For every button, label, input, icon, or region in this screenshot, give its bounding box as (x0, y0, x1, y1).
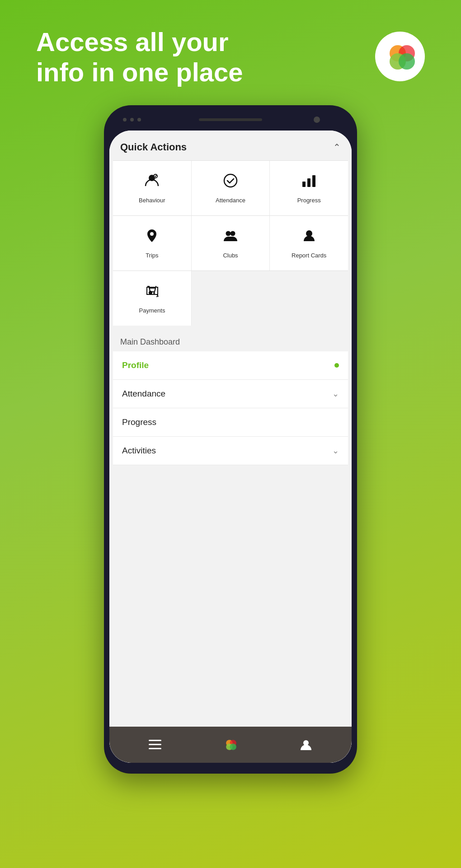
attendance-nav-label: Attendance (122, 389, 165, 399)
phone-sensors (123, 118, 141, 121)
svg-rect-8 (307, 178, 310, 187)
sensor-dot (123, 118, 127, 121)
payments-label: Payments (139, 307, 165, 314)
quick-actions-title: Quick Actions (120, 141, 187, 153)
svg-point-15 (150, 292, 152, 294)
main-dashboard-section: Main Dashboard Profile Attendance ⌄ (109, 329, 352, 727)
svg-rect-19 (149, 748, 161, 749)
sensor-dot (130, 118, 134, 121)
attendance-icon (222, 173, 239, 192)
grid-row-1: Behaviour Attendance (113, 160, 348, 215)
nav-item-activities[interactable]: Activities ⌄ (113, 437, 348, 465)
activities-right: ⌄ (332, 446, 339, 456)
report-cards-icon (301, 228, 317, 247)
svg-point-23 (230, 744, 236, 750)
active-dot-indicator (334, 363, 339, 368)
clubs-label: Clubs (223, 252, 238, 259)
attendance-chevron-icon: ⌄ (332, 389, 339, 399)
svg-rect-18 (149, 744, 161, 745)
profile-button[interactable] (300, 738, 312, 751)
payments-icon (144, 283, 160, 303)
trips-button[interactable]: Trips (113, 216, 192, 271)
progress-button[interactable]: Progress (270, 161, 348, 215)
behaviour-icon (144, 173, 160, 192)
quick-actions-header[interactable]: Quick Actions ⌃ (109, 131, 352, 160)
header-title: Access all your info in one place (36, 27, 253, 87)
progress-icon (301, 173, 317, 192)
clubs-button[interactable]: Clubs (192, 216, 270, 271)
attendance-label: Attendance (216, 197, 245, 204)
svg-point-11 (226, 231, 231, 236)
svg-rect-17 (149, 740, 161, 741)
svg-rect-9 (312, 175, 315, 187)
nav-item-attendance[interactable]: Attendance ⌄ (113, 380, 348, 408)
behaviour-button[interactable]: Behaviour (113, 161, 192, 215)
svg-point-6 (224, 174, 237, 187)
activities-chevron-icon: ⌄ (332, 446, 339, 456)
attendance-right: ⌄ (332, 389, 339, 399)
attendance-button[interactable]: Attendance (192, 161, 270, 215)
svg-point-13 (306, 230, 312, 237)
chevron-up-icon[interactable]: ⌃ (333, 142, 341, 153)
activities-label: Activities (122, 446, 156, 456)
svg-point-10 (150, 232, 154, 236)
svg-point-12 (230, 231, 235, 236)
svg-rect-7 (302, 182, 306, 187)
header: Access all your info in one place (0, 0, 461, 101)
quick-actions-grid: Behaviour Attendance (109, 160, 352, 326)
app-logo (375, 32, 425, 81)
phone-notch (109, 111, 352, 129)
trips-icon (144, 228, 160, 247)
menu-button[interactable] (149, 740, 161, 750)
phone-body: Quick Actions ⌃ (104, 105, 357, 774)
report-cards-button[interactable]: Report Cards (270, 216, 348, 271)
empty-cell-2 (270, 271, 348, 326)
screen-content: Quick Actions ⌃ (109, 131, 352, 763)
nav-item-profile[interactable]: Profile (113, 351, 348, 380)
home-button[interactable] (222, 737, 239, 753)
behaviour-label: Behaviour (139, 197, 165, 204)
trips-label: Trips (146, 252, 158, 259)
profile-label: Profile (122, 360, 149, 370)
report-cards-label: Report Cards (292, 252, 326, 259)
clubs-icon (222, 228, 239, 247)
grid-row-3: Payments (113, 271, 348, 326)
sensor-dot (137, 118, 141, 121)
nav-item-progress[interactable]: Progress (113, 408, 348, 437)
progress-nav-label: Progress (122, 417, 156, 427)
phone-mockup: Quick Actions ⌃ (0, 105, 461, 774)
phone-screen: Quick Actions ⌃ (109, 131, 352, 763)
main-dashboard-title: Main Dashboard (113, 329, 348, 351)
bottom-navigation (109, 727, 352, 763)
profile-right (334, 363, 339, 368)
phone-camera (314, 117, 320, 123)
svg-point-3 (399, 53, 415, 70)
grid-row-2: Trips Clubs (113, 215, 348, 271)
payments-button[interactable]: Payments (113, 271, 192, 326)
svg-point-16 (153, 292, 155, 294)
empty-cell-1 (192, 271, 270, 326)
progress-label: Progress (297, 197, 321, 204)
